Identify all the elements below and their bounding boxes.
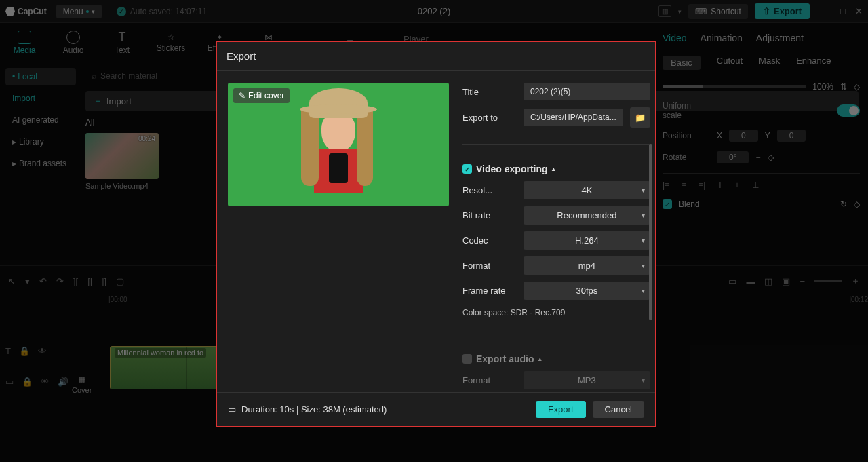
colorspace-text: Color space: SDR - Rec.709 (462, 308, 650, 317)
pencil-icon: ✎ (239, 91, 245, 100)
cover-preview: ✎ Edit cover (228, 83, 449, 206)
resolution-select[interactable]: 4K (524, 181, 650, 199)
export-confirm-button[interactable]: Export (536, 401, 586, 418)
exportto-input[interactable]: C:/Users/HP/AppData... (524, 109, 623, 126)
audio-format-select[interactable]: MP3 (524, 371, 650, 389)
video-section[interactable]: ✓ Video exporting ▴ (462, 163, 650, 174)
audio-checkbox[interactable]: ✓ (462, 354, 472, 364)
resolution-label: Resol... (462, 185, 517, 195)
cover-illustration (288, 88, 389, 204)
format-select[interactable]: mp4 (524, 256, 650, 275)
bitrate-label: Bit rate (462, 210, 517, 220)
title-label: Title (462, 87, 517, 97)
audio-section[interactable]: ✓ Export audio ▴ (462, 353, 650, 364)
export-form: Title 0202 (2)(5) Export to C:/Users/HP/… (462, 83, 654, 392)
folder-icon[interactable]: 📁 (630, 107, 650, 128)
format-label: Format (462, 261, 517, 271)
scrollbar[interactable] (649, 144, 652, 320)
framerate-select[interactable]: 30fps (524, 282, 650, 300)
video-checkbox[interactable]: ✓ (462, 164, 472, 174)
edit-cover-button[interactable]: ✎ Edit cover (233, 88, 290, 103)
bitrate-select[interactable]: Recommended (524, 206, 650, 225)
film-icon: ▭ (228, 404, 236, 415)
audio-format-label: Format (462, 375, 517, 385)
title-input[interactable]: 0202 (2)(5) (524, 83, 650, 100)
codec-label: Codec (462, 235, 517, 246)
chevron-up-icon: ▴ (538, 355, 542, 362)
framerate-label: Frame rate (462, 286, 517, 296)
dialog-title: Export (217, 42, 655, 71)
codec-select[interactable]: H.264 (524, 231, 650, 250)
cancel-button[interactable]: Cancel (593, 401, 644, 418)
chevron-up-icon: ▴ (552, 166, 555, 172)
export-dialog: Export ✎ Edit cover Title 0202 (2)(5) Ex… (216, 41, 656, 427)
exportto-label: Export to (462, 113, 517, 123)
footer-info: ▭ Duration: 10s | Size: 38M (estimated) (228, 404, 387, 415)
